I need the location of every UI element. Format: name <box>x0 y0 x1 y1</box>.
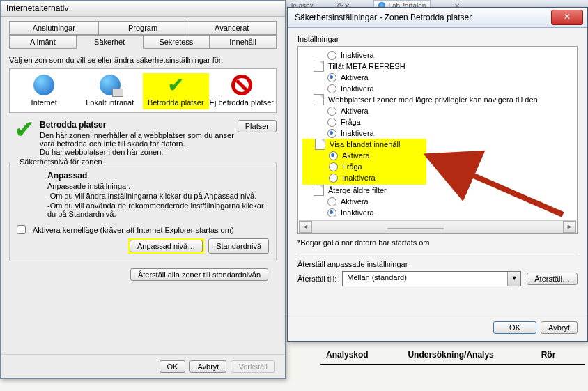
page-icon <box>315 139 325 150</box>
col-undersokning: Undersökning/Analys <box>402 346 535 364</box>
option-label: Inaktivera <box>341 84 374 93</box>
zone-description: Betrodda platser Den här zonen innerhåll… <box>40 120 238 156</box>
page-icon <box>314 185 324 196</box>
dialog-title: Internetalternativ <box>1 1 285 17</box>
zone-trusted[interactable]: ✔ Betrodda platser <box>143 73 209 109</box>
group-row: Webbplatser i zoner med lägre privilegie… <box>314 94 575 105</box>
page-icon <box>314 61 324 72</box>
tab-content[interactable]: Innehåll <box>209 35 277 49</box>
combo-value: Mellan (standard) <box>343 272 507 286</box>
option-label: Aktivera <box>341 197 369 206</box>
noentry-icon <box>231 75 252 95</box>
kernel-label: Aktivera kernelläge (kräver att Internet… <box>33 226 234 234</box>
option-row[interactable]: Fråga <box>327 116 575 128</box>
zone-restricted[interactable]: Ej betrodda platser <box>209 73 275 109</box>
zone-picker: Internet Lokalt intranät ✔ Betrodda plat… <box>9 68 277 113</box>
option-row[interactable]: Aktivera <box>327 196 575 207</box>
col-ror: Rör <box>536 346 585 364</box>
tab-connections[interactable]: Anslutningar <box>9 21 99 35</box>
desc-title: Betrodda platser <box>40 120 238 130</box>
tab-programs[interactable]: Program <box>98 21 188 35</box>
anpassad-l1: Anpassade inställningar. <box>47 182 269 190</box>
group-label: Tillåt META REFRESH <box>328 62 405 70</box>
close-button[interactable]: ✕ <box>551 10 583 25</box>
security-level-group: Säkerhetsnivå för zonen Anpassad Anpassa… <box>9 162 277 261</box>
big-checkmark-icon: ✔ <box>9 120 40 139</box>
intranet-icon <box>100 75 121 95</box>
radio-icon[interactable] <box>327 208 336 217</box>
reset-legend: Återställ anpassade inställningar <box>297 260 578 268</box>
option-row[interactable]: Inaktivera <box>327 128 575 139</box>
apply-button: Verkställ <box>231 360 275 373</box>
settings-tree[interactable]: Inaktivera Tillåt META REFRESH Aktivera … <box>297 46 578 234</box>
checkmark-icon: ✔ <box>165 75 186 95</box>
radio-icon[interactable] <box>327 73 336 82</box>
desc-body2: Du har webbplatser i den här zonen. <box>40 148 163 156</box>
option-label: Fråga <box>342 162 362 171</box>
reset-level-combo[interactable]: Mellan (standard) ▼ <box>342 271 521 286</box>
col-analyskod: Analyskod <box>320 346 402 364</box>
group-row: Tillåt META REFRESH <box>314 61 575 72</box>
anpassad-title: Anpassad <box>47 171 87 181</box>
reset-button[interactable]: Återställ… <box>527 273 578 285</box>
sites-button[interactable]: Platser <box>238 120 277 132</box>
zone-label: Ej betrodda platser <box>209 98 275 107</box>
scroll-left-icon[interactable]: ◄ <box>299 221 312 233</box>
dialog-title: Säkerhetsinställningar - Zonen Betrodda … <box>295 13 551 22</box>
reset-label: Återställ till: <box>297 275 336 283</box>
tab-security[interactable]: Säkerhet <box>76 35 144 49</box>
reset-all-zones-button[interactable]: Återställ alla zoner till standardnivån <box>130 268 268 281</box>
group-label: Visa blandat innehåll <box>330 140 400 148</box>
background-table-header: Analyskod Undersökning/Analys Rör <box>320 346 585 365</box>
zone-intranet[interactable]: Lokalt intranät <box>77 73 144 109</box>
radio-icon[interactable] <box>327 107 336 116</box>
radio-icon[interactable] <box>327 197 336 206</box>
kernel-checkbox-input[interactable] <box>17 225 26 234</box>
horizontal-scrollbar[interactable]: ◄ ► <box>299 220 576 233</box>
option-row[interactable]: Aktivera <box>327 72 575 83</box>
custom-level-button[interactable]: Anpassad nivå… <box>130 240 203 252</box>
zone-internet[interactable]: Internet <box>11 73 77 109</box>
option-label: Inaktivera <box>342 174 376 182</box>
dialog-footer: OK Avbryt <box>288 314 587 341</box>
settings-legend: Inställningar <box>297 35 578 43</box>
option-row[interactable]: Inaktivera <box>327 83 575 94</box>
radio-icon[interactable] <box>327 51 336 60</box>
cancel-button[interactable]: Avbryt <box>189 360 226 373</box>
ok-button[interactable]: OK <box>160 360 186 373</box>
security-settings-dialog: Säkerhetsinställningar - Zonen Betrodda … <box>287 7 588 342</box>
globe-icon <box>33 75 54 95</box>
custom-level-text: Anpassad Anpassade inställningar. -Om du… <box>47 171 269 218</box>
option-label: Aktivera <box>342 151 370 160</box>
option-row[interactable]: Fråga <box>329 161 400 172</box>
cancel-button[interactable]: Avbryt <box>541 321 578 334</box>
scroll-thumb[interactable] <box>387 228 444 229</box>
option-row[interactable]: Aktivera <box>327 105 575 116</box>
option-row[interactable]: Inaktivera <box>327 207 575 218</box>
ok-button[interactable]: OK <box>493 321 536 334</box>
chevron-down-icon[interactable]: ▼ <box>507 272 520 286</box>
option-row[interactable]: Inaktivera <box>329 172 400 183</box>
group-row: Återge äldre filter <box>314 185 575 196</box>
zone-label: Betrodda platser <box>143 98 209 107</box>
option-row[interactable]: Aktivera <box>329 150 400 161</box>
restart-note: *Börjar gälla när datorn har startats om <box>297 238 578 247</box>
desc-body1: Den här zonen innerhåller alla webbplats… <box>40 131 234 148</box>
kernel-mode-checkbox[interactable]: Aktivera kernelläge (kräver att Internet… <box>17 225 269 234</box>
radio-icon[interactable] <box>327 118 336 127</box>
group-label: Webbplatser i zoner med lägre privilegie… <box>328 95 538 104</box>
radio-icon[interactable] <box>327 84 336 93</box>
radio-icon[interactable] <box>329 174 338 183</box>
tab-advanced[interactable]: Avancerat <box>187 21 277 35</box>
radio-icon[interactable] <box>327 129 336 138</box>
tab-privacy[interactable]: Sekretess <box>143 35 210 49</box>
tab-general[interactable]: Allmänt <box>9 35 77 49</box>
highlighted-group: Visa blandat innehåll Aktivera Fråga Ina… <box>302 139 426 185</box>
zone-prompt: Välj en zon som du vill se eller ändra s… <box>9 56 277 64</box>
option-row[interactable]: Inaktivera <box>327 49 575 61</box>
radio-icon[interactable] <box>329 162 338 171</box>
scroll-right-icon[interactable]: ► <box>563 221 576 233</box>
option-label: Inaktivera <box>341 208 374 217</box>
default-level-button[interactable]: Standardnivå <box>208 238 269 254</box>
radio-icon[interactable] <box>329 151 338 160</box>
